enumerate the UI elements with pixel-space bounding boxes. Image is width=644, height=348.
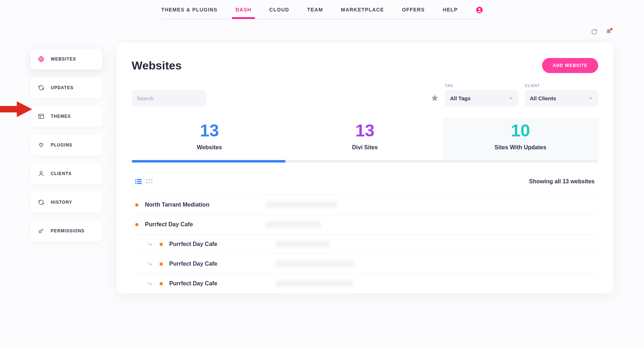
child-arrow-icon	[147, 241, 153, 247]
client-filter-select[interactable]: All Clients	[525, 90, 598, 106]
tag-filter-value: All Tags	[450, 95, 470, 101]
progress-bar	[132, 160, 286, 163]
svg-rect-15	[151, 179, 152, 180]
svg-point-6	[39, 231, 41, 233]
nav-themes-plugins[interactable]: THEMES & PLUGINS	[161, 7, 218, 13]
svg-rect-14	[148, 179, 150, 180]
sidebar-item-label: UPDATES	[51, 85, 73, 90]
progress-track	[132, 160, 598, 163]
sidebar-item-themes[interactable]: THEMES	[31, 106, 102, 127]
refresh-icon	[38, 84, 44, 91]
stat-value: 13	[287, 122, 443, 139]
stat-value: 10	[443, 122, 598, 139]
sidebar-item-plugins[interactable]: PLUGINS	[31, 135, 102, 155]
list-controls: Showing all 13 websites	[132, 163, 598, 195]
client-filter-value: All Clients	[530, 95, 556, 101]
sidebar-item-websites[interactable]: WEBSITES	[31, 49, 102, 69]
svg-rect-11	[135, 183, 136, 184]
table-row[interactable]: Purrfect Day Cafe	[132, 214, 598, 234]
header-row: Websites ADD WEBSITE	[132, 58, 598, 73]
main-panel: Websites ADD WEBSITE TAG All Tags CLIENT	[117, 43, 613, 293]
site-name: Purrfect Day Cafe	[169, 241, 269, 247]
nav-cloud[interactable]: CLOUD	[269, 7, 289, 13]
sidebar-item-permissions[interactable]: PERMISSIONS	[31, 221, 102, 241]
status-dot-icon	[160, 262, 163, 266]
client-filter-label: CLIENT	[525, 84, 598, 88]
filter-row: TAG All Tags CLIENT All Clients	[132, 84, 598, 106]
annotation-arrow-icon	[0, 101, 32, 117]
search-input[interactable]	[132, 90, 206, 106]
top-nav: THEMES & PLUGINS DASH CLOUD TEAM MARKETP…	[0, 0, 644, 19]
sidebar-item-label: HISTORY	[51, 200, 72, 205]
stat-label: Divi Sites	[287, 144, 443, 151]
user-icon	[38, 170, 44, 177]
sidebar: WEBSITES UPDATES THEMES PLUGINS CLIENTS	[31, 28, 102, 293]
child-arrow-icon	[147, 281, 153, 286]
sidebar-item-label: WEBSITES	[51, 57, 76, 62]
stat-websites[interactable]: 13 Websites	[132, 118, 287, 160]
svg-point-5	[40, 171, 42, 174]
svg-point-1	[478, 8, 480, 10]
site-name: Purrfect Day Cafe	[169, 261, 269, 267]
stat-divi-sites[interactable]: 13 Divi Sites	[287, 118, 443, 160]
sidebar-item-clients[interactable]: CLIENTS	[31, 163, 102, 184]
top-nav-inner: THEMES & PLUGINS DASH CLOUD TEAM MARKETP…	[161, 6, 483, 19]
site-name: North Tarrant Mediation	[145, 202, 259, 208]
stat-value: 13	[132, 122, 287, 139]
tag-filter-select[interactable]: All Tags	[445, 90, 518, 106]
site-url-redacted	[276, 261, 354, 267]
svg-marker-2	[0, 101, 32, 117]
sidebar-item-updates[interactable]: UPDATES	[31, 77, 102, 98]
status-dot-icon	[135, 223, 138, 226]
svg-rect-10	[137, 181, 142, 182]
status-dot-icon	[135, 203, 138, 207]
table-row[interactable]: Purrfect Day Cafe	[132, 274, 598, 293]
nav-dash[interactable]: DASH	[235, 7, 251, 13]
account-icon[interactable]	[476, 6, 483, 14]
svg-rect-8	[137, 179, 142, 180]
site-name: Purrfect Day Cafe	[145, 221, 259, 228]
svg-rect-9	[135, 181, 136, 182]
sidebar-item-history[interactable]: HISTORY	[31, 192, 102, 213]
site-url-redacted	[266, 202, 337, 208]
star-icon[interactable]	[431, 94, 439, 102]
globe-icon	[38, 56, 44, 62]
client-filter-group: CLIENT All Clients	[525, 84, 598, 106]
svg-rect-13	[146, 179, 147, 180]
tag-filter-group: TAG All Tags	[445, 84, 518, 106]
layout-icon	[38, 113, 44, 120]
list-view-button[interactable]	[135, 179, 142, 184]
view-toggle	[135, 179, 152, 184]
grid-view-button[interactable]	[146, 179, 152, 184]
svg-rect-17	[148, 182, 150, 183]
site-url-redacted	[266, 221, 321, 228]
status-dot-icon	[160, 243, 163, 246]
tag-filter-label: TAG	[445, 84, 518, 88]
stat-label: Sites With Updates	[443, 144, 598, 151]
nav-marketplace[interactable]: MARKETPLACE	[341, 7, 384, 13]
sidebar-item-label: CLIENTS	[51, 171, 72, 176]
page-title: Websites	[132, 59, 182, 72]
sidebar-item-label: THEMES	[51, 114, 71, 119]
refresh-icon	[38, 199, 44, 206]
plug-icon	[38, 142, 44, 148]
svg-rect-4	[39, 114, 44, 119]
stat-sites-with-updates[interactable]: 10 Sites With Updates	[443, 118, 598, 160]
add-website-button[interactable]: ADD WEBSITE	[542, 58, 598, 73]
svg-rect-12	[137, 183, 142, 184]
table-row[interactable]: Purrfect Day Cafe	[132, 254, 598, 274]
nav-help[interactable]: HELP	[443, 7, 458, 13]
nav-offers[interactable]: OFFERS	[402, 7, 425, 13]
status-dot-icon	[160, 282, 163, 285]
site-table: North Tarrant Mediation Purrfect Day Caf…	[132, 195, 598, 293]
sidebar-item-label: PLUGINS	[51, 142, 72, 148]
nav-team[interactable]: TEAM	[307, 7, 323, 13]
table-row[interactable]: Purrfect Day Cafe	[132, 234, 598, 254]
key-icon	[38, 228, 44, 234]
stats-row: 13 Websites 13 Divi Sites 10 Sites With …	[132, 118, 598, 160]
chevron-down-icon	[588, 96, 593, 101]
table-row[interactable]: North Tarrant Mediation	[132, 195, 598, 214]
showing-text: Showing all 13 websites	[529, 178, 595, 185]
stat-label: Websites	[132, 144, 287, 151]
site-name: Purrfect Day Cafe	[169, 280, 269, 287]
